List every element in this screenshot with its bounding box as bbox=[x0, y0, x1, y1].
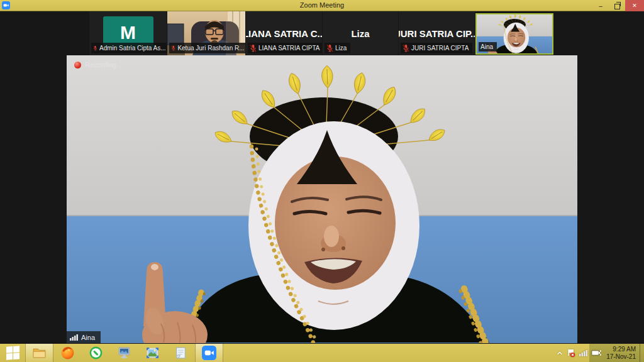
show-desktop-button[interactable] bbox=[640, 344, 643, 362]
titlebar: Zoom Meeting – ✕ bbox=[0, 0, 644, 11]
speaker-video bbox=[67, 55, 577, 343]
mic-muted-icon bbox=[326, 44, 333, 52]
zoom-meeting-window: Zoom Meeting – ✕ M Admin Satria Cipta As… bbox=[0, 0, 644, 362]
main-video: Recording Aina bbox=[67, 55, 577, 343]
photo-viewer-icon bbox=[117, 346, 131, 360]
restore-button[interactable] bbox=[609, 0, 625, 11]
taskbar-app-firefox[interactable] bbox=[53, 344, 82, 362]
participant-name-label: LIANA SATRIA CIPTA bbox=[258, 45, 319, 52]
participant-tile-admin[interactable]: M Admin Satria Cipta As... bbox=[89, 11, 167, 55]
taskbar-app-zoom[interactable] bbox=[195, 344, 223, 362]
file-explorer-icon bbox=[32, 346, 47, 360]
tray-clock[interactable]: 9:29 AM 17-Nov-21 bbox=[602, 345, 640, 361]
window-title: Zoom Meeting bbox=[0, 0, 644, 11]
network-signal-icon[interactable] bbox=[577, 349, 589, 357]
firefox-icon bbox=[60, 346, 75, 360]
taskbar-app-photo-viewer[interactable] bbox=[110, 344, 138, 362]
participant-tile-aina[interactable]: Aina bbox=[475, 13, 553, 55]
participant-name-label: Liza bbox=[335, 45, 347, 52]
windows-logo-icon bbox=[6, 346, 19, 359]
avatar-letter: M bbox=[120, 22, 136, 43]
connection-signal-icon bbox=[70, 333, 79, 341]
action-center-flag-icon[interactable] bbox=[565, 348, 577, 358]
mic-muted-icon bbox=[250, 44, 257, 52]
mic-muted-icon bbox=[402, 44, 409, 52]
whatsapp-icon bbox=[89, 346, 103, 360]
speaker-name-label: Aina bbox=[67, 331, 101, 343]
recording-indicator: Recording bbox=[74, 61, 116, 69]
participant-tile-ketua-juri[interactable]: Ketua Juri Rashdan R... bbox=[167, 11, 245, 55]
clock-time: 9:29 AM bbox=[606, 346, 636, 353]
speaker-name-text: Aina bbox=[81, 334, 95, 341]
participant-name-label: Aina bbox=[480, 43, 493, 50]
participant-tile-juri[interactable]: JURI SATRIA CIP... JURI SATRIA CIPTA bbox=[399, 11, 475, 55]
taskbar-app-pictures[interactable] bbox=[138, 344, 167, 362]
meeting-content: M Admin Satria Cipta As... Ketua Juri Ra… bbox=[0, 11, 644, 344]
recording-label: Recording bbox=[85, 61, 116, 69]
clock-date: 17-Nov-21 bbox=[606, 353, 636, 361]
minimize-button[interactable]: – bbox=[592, 0, 609, 11]
zoom-icon bbox=[202, 346, 216, 360]
close-button[interactable]: ✕ bbox=[625, 0, 644, 11]
taskbar-app-notepad[interactable] bbox=[167, 344, 195, 362]
start-button[interactable] bbox=[0, 344, 25, 362]
participant-tile-liana[interactable]: LIANA SATRIA C... LIANA SATRIA CIPTA bbox=[246, 11, 322, 55]
taskbar-app-file-explorer[interactable] bbox=[25, 344, 53, 362]
recording-dot-icon bbox=[74, 62, 81, 69]
system-tray: 9:29 AM 17-Nov-21 bbox=[553, 344, 644, 362]
participant-tile-liza[interactable]: Liza Liza bbox=[323, 11, 398, 55]
participant-name-label: JURI SATRIA CIPTA bbox=[411, 45, 469, 52]
taskbar-app-whatsapp[interactable] bbox=[82, 344, 110, 362]
hidden-icons-arrow[interactable] bbox=[553, 349, 565, 357]
participant-name-label: Ketua Juri Rashdan R... bbox=[177, 45, 244, 52]
taskbar: 9:29 AM 17-Nov-21 bbox=[0, 344, 644, 362]
restore-icon bbox=[614, 4, 620, 9]
participant-name-label: Admin Satria Cipta As... bbox=[99, 45, 166, 52]
battery-icon[interactable] bbox=[591, 349, 602, 357]
mic-muted-icon bbox=[171, 44, 175, 52]
tray-right-group: 9:29 AM 17-Nov-21 bbox=[589, 344, 644, 362]
pictures-icon bbox=[145, 346, 160, 360]
mic-muted-icon bbox=[93, 44, 97, 52]
notepad-icon bbox=[174, 346, 188, 360]
